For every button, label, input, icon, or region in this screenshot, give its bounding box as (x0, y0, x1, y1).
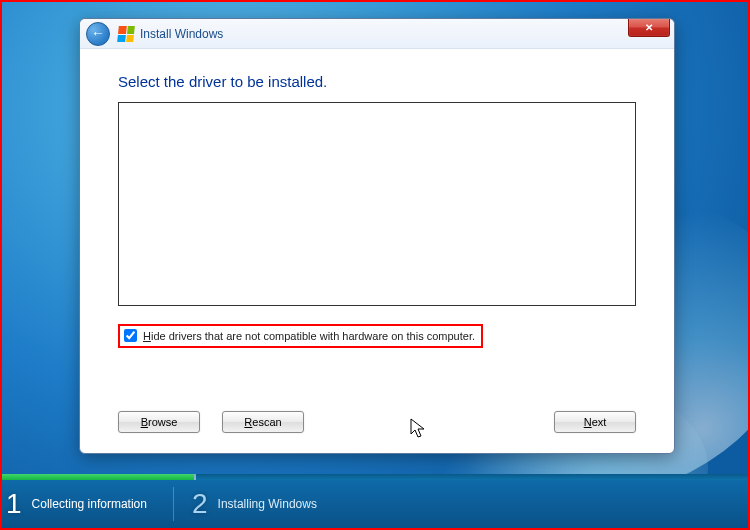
back-button[interactable]: ← (86, 22, 110, 46)
page-heading: Select the driver to be installed. (118, 73, 636, 90)
hide-incompatible-checkbox[interactable] (124, 329, 137, 342)
step-number: 1 (6, 488, 22, 520)
close-icon: ✕ (645, 22, 653, 33)
dialog-content: Select the driver to be installed. Hide … (80, 49, 674, 453)
rescan-button[interactable]: Rescan (222, 411, 304, 433)
step-collecting-information: 1 Collecting information (6, 488, 147, 520)
back-arrow-icon: ← (91, 26, 105, 40)
hide-incompatible-row: Hide drivers that are not compatible wit… (118, 324, 483, 348)
setup-steps-bar: 1 Collecting information 2 Installing Wi… (2, 480, 748, 528)
driver-list[interactable] (118, 102, 636, 306)
titlebar: ← Install Windows ✕ (80, 19, 674, 49)
step-number: 2 (192, 488, 208, 520)
step-separator (173, 487, 174, 521)
hide-incompatible-label[interactable]: Hide drivers that are not compatible wit… (143, 330, 475, 342)
step-installing-windows: 2 Installing Windows (192, 488, 317, 520)
next-button[interactable]: Next (554, 411, 636, 433)
windows-logo-icon (117, 26, 135, 42)
desktop-background: ← Install Windows ✕ Select the driver to… (2, 2, 748, 528)
close-button[interactable]: ✕ (628, 19, 670, 37)
step-label: Collecting information (32, 497, 147, 511)
step-label: Installing Windows (218, 497, 317, 511)
browse-button[interactable]: Browse (118, 411, 200, 433)
button-row: Browse Rescan Next (118, 411, 636, 441)
install-windows-dialog: ← Install Windows ✕ Select the driver to… (79, 18, 675, 454)
window-title: Install Windows (140, 27, 223, 41)
